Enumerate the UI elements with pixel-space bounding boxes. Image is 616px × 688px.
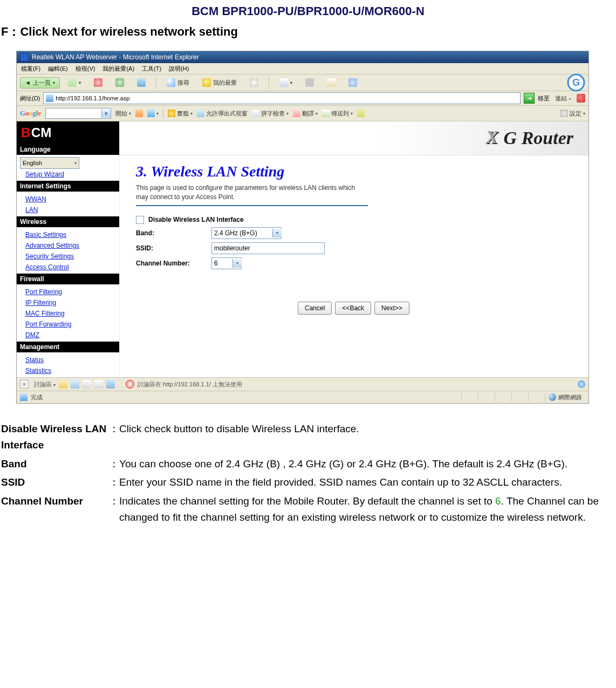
channel-select[interactable]: 6 ▾ xyxy=(211,257,242,269)
address-input[interactable]: http://192.168.1.1/home.asp xyxy=(43,92,521,104)
language-select[interactable]: English ▾ xyxy=(20,157,79,169)
sidebar-port-forwarding[interactable]: Port Forwarding xyxy=(20,319,116,330)
address-url: http://192.168.1.1/home.asp xyxy=(56,95,129,101)
google-util1-button[interactable] xyxy=(135,110,143,117)
forum-icon[interactable] xyxy=(106,380,115,389)
sidebar-security-settings[interactable]: Security Settings xyxy=(20,251,116,262)
google-logo: Google xyxy=(20,109,41,118)
sidebar-head-internet: Internet Settings xyxy=(17,181,119,192)
extension-icon[interactable] xyxy=(577,94,585,103)
menu-file[interactable]: 檔案(F) xyxy=(21,65,40,73)
ssid-input[interactable]: mobilerouter xyxy=(211,242,325,254)
google-start-button[interactable]: 開始▾ xyxy=(115,110,131,118)
back-button[interactable]: <<Back xyxy=(335,302,371,315)
forward-button[interactable]: ▾ xyxy=(63,77,86,88)
favorites-button[interactable]: 我的最愛 xyxy=(197,77,242,88)
google-toolbar: Google ▾ 開始▾ ▾ 書籤▾ 允許彈出式視窗 拼字檢查▾ 翻譯▾ 傳送到… xyxy=(17,106,588,121)
google-spellcheck-button[interactable]: 拼字檢查▾ xyxy=(252,110,289,118)
svg-text:G: G xyxy=(572,77,580,88)
sidebar-mac-filtering[interactable]: MAC Filtering xyxy=(20,308,116,319)
forum-icon[interactable] xyxy=(71,380,79,389)
google-popup-button[interactable]: 允許彈出式視窗 xyxy=(197,110,248,118)
forum-label[interactable]: 討論區 ▾ xyxy=(34,380,56,389)
menu-view[interactable]: 檢視(V) xyxy=(76,65,95,73)
menu-edit[interactable]: 編輯(E) xyxy=(48,65,68,73)
sidebar-basic-settings[interactable]: Basic Settings xyxy=(20,229,116,240)
disable-wlan-checkbox[interactable] xyxy=(136,216,144,224)
sidebar-lan[interactable]: LAN xyxy=(20,205,116,215)
sidebar-advanced-settings[interactable]: Advanced Settings xyxy=(20,240,116,251)
close-icon[interactable]: × xyxy=(20,380,29,389)
chevron-down-icon[interactable]: ▾ xyxy=(101,109,111,118)
star-icon xyxy=(202,78,211,87)
google-search-input[interactable]: ▾ xyxy=(45,108,111,119)
edit-button[interactable] xyxy=(322,77,340,88)
sidebar-statistics[interactable]: Statistics xyxy=(20,365,116,376)
field-description-table: Disable Wireless LAN Interface ： Click c… xyxy=(1,420,616,527)
mail-icon xyxy=(279,78,288,87)
sidebar-wwan[interactable]: WWAN xyxy=(20,194,116,205)
home-button[interactable] xyxy=(132,77,150,88)
menu-help[interactable]: 說明(H) xyxy=(169,65,189,73)
svg-text:CM: CM xyxy=(31,125,52,140)
google-settings-button[interactable]: 設定▾ xyxy=(560,110,585,118)
sidebar-setup-wizard[interactable]: Setup Wizard xyxy=(20,169,116,180)
google-badge-icon: G xyxy=(567,73,585,92)
ie-icon xyxy=(20,53,29,62)
links-button[interactable]: 連結 » xyxy=(553,94,573,103)
globe-icon xyxy=(549,393,556,401)
sidebar-status[interactable]: Status xyxy=(20,355,116,365)
print-icon xyxy=(305,78,314,87)
forum-icon[interactable] xyxy=(94,380,103,389)
next-button[interactable]: Next>> xyxy=(374,302,409,315)
refresh-button[interactable] xyxy=(111,77,129,88)
doc-step-title: F：Click Next for wireless network settin… xyxy=(0,21,616,51)
forum-message: 討論區在 http://192.168.1.1/ 上無法使用 xyxy=(138,380,242,389)
print-button[interactable] xyxy=(300,77,319,88)
messenger-button[interactable] xyxy=(344,77,362,88)
address-bar: 網址(D) http://192.168.1.1/home.asp ➔ 移至 連… xyxy=(17,91,588,106)
sidebar-port-filtering[interactable]: Port Filtering xyxy=(20,287,116,297)
translate-icon xyxy=(293,110,300,117)
google-util2-button[interactable]: ▾ xyxy=(147,110,159,117)
back-arrow-icon: ◄ xyxy=(25,79,31,86)
sidebar-dmz[interactable]: DMZ xyxy=(20,330,116,340)
search-icon xyxy=(167,78,175,87)
menu-favorites[interactable]: 我的最愛(A) xyxy=(102,65,134,73)
send-icon xyxy=(322,110,330,117)
channel-value: 6 xyxy=(214,260,218,267)
desc-key: Channel Number xyxy=(1,492,109,527)
google-bookmark-button[interactable]: 書籤▾ xyxy=(168,110,193,118)
xg-router-text: G Router xyxy=(504,128,573,148)
sidebar-head-firewall: Firewall xyxy=(17,274,119,284)
sidebar-ip-filtering[interactable]: IP Filtering xyxy=(20,297,116,308)
band-select[interactable]: 2.4 GHz (B+G) ▾ xyxy=(211,227,282,239)
help-icon[interactable] xyxy=(578,380,585,388)
sidebar-access-control[interactable]: Access Control xyxy=(20,262,116,273)
spellcheck-icon xyxy=(252,110,259,117)
stop-button[interactable] xyxy=(89,77,107,88)
sidebar-head-wireless: Wireless xyxy=(17,216,119,227)
search-button[interactable]: 搜尋 xyxy=(162,77,194,88)
mail-button[interactable]: ▾ xyxy=(275,77,297,88)
google-send-button[interactable]: 傳送到▾ xyxy=(322,110,353,118)
page-content: BCM Language English ▾ Setup Wizard Inte… xyxy=(17,121,588,377)
forum-icon[interactable] xyxy=(59,380,67,389)
menu-bar[interactable]: 檔案(F) 編輯(E) 檢視(V) 我的最愛(A) 工具(T) 說明(H) xyxy=(17,63,588,74)
sidebar-head-language: Language xyxy=(17,144,119,155)
forum-icon[interactable] xyxy=(83,380,91,389)
google-translate-button[interactable]: 翻譯▾ xyxy=(293,110,318,118)
language-value: English xyxy=(23,160,42,166)
back-button[interactable]: ◄ 上一頁 ▾ xyxy=(20,77,60,88)
chevron-down-icon: ▾ xyxy=(272,229,282,237)
menu-tools[interactable]: 工具(T) xyxy=(142,65,161,73)
zone-label: 網際網路 xyxy=(558,393,582,401)
go-button[interactable]: ➔ xyxy=(524,93,535,104)
address-label: 網址(D) xyxy=(20,94,40,103)
back-label: 上一頁 xyxy=(33,79,51,87)
refresh-icon xyxy=(115,78,124,87)
cancel-button[interactable]: Cancel xyxy=(298,302,332,315)
google-highlight-button[interactable] xyxy=(357,110,365,117)
band-value: 2.4 GHz (B+G) xyxy=(214,229,257,237)
history-button[interactable] xyxy=(245,77,263,88)
